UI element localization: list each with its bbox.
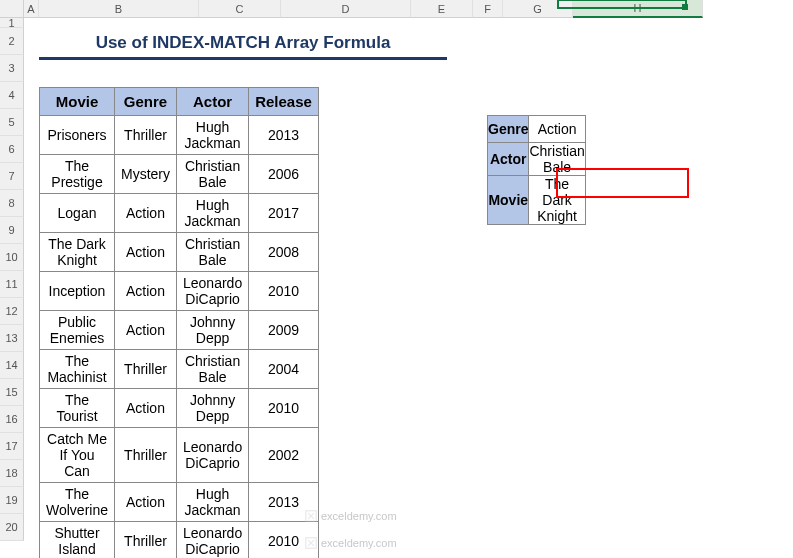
- cell-actor[interactable]: Christian Bale: [177, 350, 249, 389]
- row-header-6[interactable]: 6: [0, 136, 24, 163]
- cell-release[interactable]: 2006: [249, 155, 319, 194]
- title-text: Use of INDEX-MATCH Array Formula: [96, 33, 391, 53]
- cell-actor[interactable]: Johnny Depp: [177, 311, 249, 350]
- table-row: LoganActionHugh Jackman2017: [40, 194, 319, 233]
- column-headers: ABCDEFGH: [24, 0, 703, 18]
- cell-movie[interactable]: Inception: [40, 272, 115, 311]
- lookup-genre-value[interactable]: Action: [529, 116, 585, 143]
- header-movie[interactable]: Movie: [40, 88, 115, 116]
- cell-movie[interactable]: The Prestige: [40, 155, 115, 194]
- cell-actor[interactable]: Leonardo DiCaprio: [177, 522, 249, 559]
- column-header-H[interactable]: H: [573, 0, 703, 18]
- row-header-16[interactable]: 16: [0, 406, 24, 433]
- cell-actor[interactable]: Hugh Jackman: [177, 194, 249, 233]
- corner-select-all[interactable]: [0, 0, 24, 18]
- table-row: The WolverineActionHugh Jackman2013: [40, 483, 319, 522]
- column-header-C[interactable]: C: [199, 0, 281, 18]
- lookup-actor-value[interactable]: Christian Bale: [529, 143, 585, 176]
- row-header-7[interactable]: 7: [0, 163, 24, 190]
- lookup-table: Genre Action Actor Christian Bale Movie …: [487, 115, 586, 225]
- row-header-3[interactable]: 3: [0, 55, 24, 82]
- cell-actor[interactable]: Hugh Jackman: [177, 116, 249, 155]
- row-header-20[interactable]: 20: [0, 514, 24, 541]
- row-header-11[interactable]: 11: [0, 271, 24, 298]
- cell-genre[interactable]: Thriller: [115, 350, 177, 389]
- table-row: The PrestigeMysteryChristian Bale2006: [40, 155, 319, 194]
- cell-genre[interactable]: Thriller: [115, 428, 177, 483]
- cell-movie[interactable]: Logan: [40, 194, 115, 233]
- cell-actor[interactable]: Hugh Jackman: [177, 483, 249, 522]
- cell-actor[interactable]: Leonardo DiCaprio: [177, 428, 249, 483]
- cell-movie[interactable]: Prisoners: [40, 116, 115, 155]
- column-header-E[interactable]: E: [411, 0, 473, 18]
- row-header-8[interactable]: 8: [0, 190, 24, 217]
- cell-movie[interactable]: Public Enemies: [40, 311, 115, 350]
- cell-release[interactable]: 2008: [249, 233, 319, 272]
- title-cell: Use of INDEX-MATCH Array Formula: [39, 28, 447, 60]
- table-row: Shutter IslandThrillerLeonardo DiCaprio2…: [40, 522, 319, 559]
- cell-actor[interactable]: Leonardo DiCaprio: [177, 272, 249, 311]
- lookup-movie-value[interactable]: The Dark Knight: [529, 176, 585, 225]
- lookup-genre-label[interactable]: Genre: [488, 116, 529, 143]
- row-header-14[interactable]: 14: [0, 352, 24, 379]
- cell-release[interactable]: 2002: [249, 428, 319, 483]
- row-header-12[interactable]: 12: [0, 298, 24, 325]
- lookup-movie-label[interactable]: Movie: [488, 176, 529, 225]
- cell-release[interactable]: 2010: [249, 522, 319, 559]
- cell-genre[interactable]: Action: [115, 233, 177, 272]
- cell-genre[interactable]: Mystery: [115, 155, 177, 194]
- cell-actor[interactable]: Christian Bale: [177, 233, 249, 272]
- lookup-actor-label[interactable]: Actor: [488, 143, 529, 176]
- table-row: PrisonersThrillerHugh Jackman2013: [40, 116, 319, 155]
- table-row: The MachinistThrillerChristian Bale2004: [40, 350, 319, 389]
- row-header-17[interactable]: 17: [0, 433, 24, 460]
- cell-genre[interactable]: Action: [115, 194, 177, 233]
- header-release[interactable]: Release: [249, 88, 319, 116]
- column-header-A[interactable]: A: [24, 0, 39, 18]
- column-header-D[interactable]: D: [281, 0, 411, 18]
- cell-movie[interactable]: Shutter Island: [40, 522, 115, 559]
- cell-release[interactable]: 2017: [249, 194, 319, 233]
- lookup-row-actor: Actor Christian Bale: [488, 143, 586, 176]
- cell-release[interactable]: 2013: [249, 483, 319, 522]
- header-genre[interactable]: Genre: [115, 88, 177, 116]
- row-header-2[interactable]: 2: [0, 28, 24, 55]
- cell-movie[interactable]: The Wolverine: [40, 483, 115, 522]
- cell-release[interactable]: 2004: [249, 350, 319, 389]
- cell-genre[interactable]: Thriller: [115, 522, 177, 559]
- row-header-10[interactable]: 10: [0, 244, 24, 271]
- cell-release[interactable]: 2013: [249, 116, 319, 155]
- table-row: Catch Me If You CanThrillerLeonardo DiCa…: [40, 428, 319, 483]
- cell-actor[interactable]: Johnny Depp: [177, 389, 249, 428]
- cell-actor[interactable]: Christian Bale: [177, 155, 249, 194]
- row-header-1[interactable]: 1: [0, 18, 24, 28]
- cell-genre[interactable]: Action: [115, 389, 177, 428]
- row-header-15[interactable]: 15: [0, 379, 24, 406]
- header-actor[interactable]: Actor: [177, 88, 249, 116]
- cell-genre[interactable]: Action: [115, 311, 177, 350]
- row-header-18[interactable]: 18: [0, 460, 24, 487]
- column-header-G[interactable]: G: [503, 0, 573, 18]
- lookup-row-movie: Movie The Dark Knight: [488, 176, 586, 225]
- cell-release[interactable]: 2009: [249, 311, 319, 350]
- cell-genre[interactable]: Action: [115, 483, 177, 522]
- row-header-4[interactable]: 4: [0, 82, 24, 109]
- cell-movie[interactable]: The Tourist: [40, 389, 115, 428]
- cell-release[interactable]: 2010: [249, 389, 319, 428]
- watermark-text: exceldemy.com: [321, 510, 397, 522]
- column-header-F[interactable]: F: [473, 0, 503, 18]
- table-row: The TouristActionJohnny Depp2010: [40, 389, 319, 428]
- row-headers: 1234567891011121314151617181920: [0, 18, 24, 541]
- cell-movie[interactable]: Catch Me If You Can: [40, 428, 115, 483]
- cell-release[interactable]: 2010: [249, 272, 319, 311]
- cell-movie[interactable]: The Machinist: [40, 350, 115, 389]
- table-row: InceptionActionLeonardo DiCaprio2010: [40, 272, 319, 311]
- cell-genre[interactable]: Thriller: [115, 116, 177, 155]
- column-header-B[interactable]: B: [39, 0, 199, 18]
- row-header-19[interactable]: 19: [0, 487, 24, 514]
- row-header-5[interactable]: 5: [0, 109, 24, 136]
- row-header-9[interactable]: 9: [0, 217, 24, 244]
- cell-movie[interactable]: The Dark Knight: [40, 233, 115, 272]
- cell-genre[interactable]: Action: [115, 272, 177, 311]
- row-header-13[interactable]: 13: [0, 325, 24, 352]
